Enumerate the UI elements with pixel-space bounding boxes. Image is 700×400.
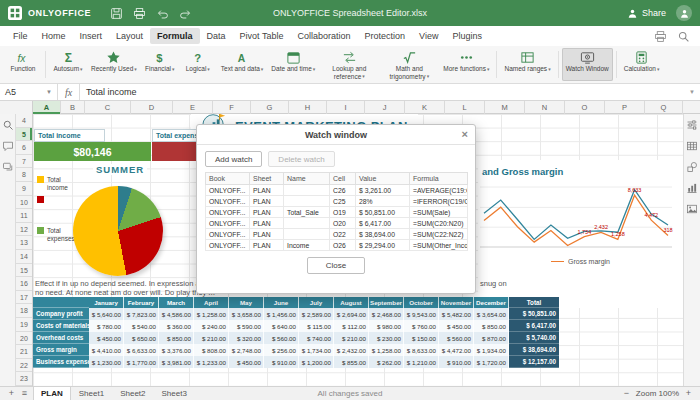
share-button[interactable]: Share (627, 8, 666, 19)
value-cell[interactable]: $ 650.00 (124, 332, 159, 344)
watch-window-button[interactable]: Watch Window (562, 48, 613, 81)
value-cell[interactable]: $ 590.00 (229, 320, 264, 332)
value-cell[interactable]: $ 3,654.00 (474, 308, 509, 320)
row-header-7[interactable]: 7 (16, 155, 32, 169)
value-cell[interactable]: $ 4,410.00 (89, 344, 124, 356)
chat-icon[interactable] (2, 161, 14, 173)
value-cell[interactable]: $ 3,658.00 (229, 308, 264, 320)
watch-row[interactable]: ONLYOFF...PLANTotal_SaleO19$ 50,851.00=S… (206, 207, 468, 218)
value-cell[interactable]: $ 450.00 (89, 332, 124, 344)
value-cell[interactable]: $ 3,981.00 (159, 356, 194, 368)
value-cell[interactable]: $ 320.00 (229, 332, 264, 344)
watch-row[interactable]: ONLYOFF...PLANC26$ 3,261.00=AVERAGE(C19:… (206, 185, 468, 196)
total-cell[interactable]: $ 50,851.00 (509, 308, 559, 320)
text-and-data-button[interactable]: AText and data▾ (217, 48, 268, 81)
shape-settings-icon[interactable] (686, 161, 698, 173)
sheet-grid[interactable]: EVENT MARKETING PLAN Total income Total … (33, 114, 683, 386)
total-cell[interactable]: $ 12,157.00 (509, 356, 559, 368)
column-header-g[interactable]: G (251, 101, 289, 114)
tab-plugins[interactable]: Plugins (445, 28, 489, 44)
month-header-cell[interactable]: January (89, 297, 124, 308)
value-cell[interactable]: $ 1,258.00 (369, 344, 404, 356)
row-header-12[interactable]: 12 (16, 223, 32, 237)
value-cell[interactable]: $ 4,586.00 (159, 308, 194, 320)
value-cell[interactable]: $ 9,543.00 (404, 308, 439, 320)
column-header-h[interactable]: H (289, 101, 327, 114)
tab-protection[interactable]: Protection (358, 28, 413, 44)
table-corner-cell[interactable] (33, 297, 89, 308)
value-cell[interactable]: $ 1,230.00 (89, 356, 124, 368)
value-cell[interactable]: $ 256.00 (264, 344, 299, 356)
select-all-corner[interactable] (0, 101, 33, 114)
tab-layout[interactable]: Layout (109, 28, 150, 44)
value-cell[interactable]: $ 808.00 (194, 344, 229, 356)
calculation-button[interactable]: Calculation▾ (620, 48, 664, 81)
value-cell[interactable]: $ 8,633.00 (404, 344, 439, 356)
sheet-tab-sheet2[interactable]: Sheet2 (112, 387, 153, 400)
column-header-c[interactable]: C (85, 101, 131, 114)
tab-data[interactable]: Data (200, 28, 233, 44)
value-cell[interactable]: $ 760.00 (404, 320, 439, 332)
save-icon[interactable] (109, 6, 123, 20)
table-settings-icon[interactable] (686, 140, 698, 152)
value-cell[interactable]: $ 1,720.00 (474, 356, 509, 368)
month-header-cell[interactable]: October (404, 297, 439, 308)
tab-insert[interactable]: Insert (73, 28, 110, 44)
row-header-14[interactable]: 14 (16, 250, 32, 264)
value-cell[interactable]: $ 450.00 (439, 320, 474, 332)
month-header-cell[interactable]: August (334, 297, 369, 308)
row-header-17[interactable]: 17 (16, 291, 32, 305)
value-cell[interactable]: $ 240.00 (194, 320, 229, 332)
month-header-cell[interactable]: December (474, 297, 509, 308)
row-header-11[interactable]: 11 (16, 209, 32, 223)
quick-print-icon[interactable] (654, 30, 667, 43)
named-ranges-button[interactable]: Named ranges▾ (500, 48, 554, 81)
column-header-q[interactable]: Q (645, 101, 683, 114)
image-settings-icon[interactable] (686, 203, 698, 215)
column-header-j[interactable]: J (365, 101, 405, 114)
value-cell[interactable]: $ 6,633.00 (124, 344, 159, 356)
value-cell[interactable]: $ 855.00 (334, 356, 369, 368)
function-button[interactable]: fxFunction (4, 48, 42, 81)
value-cell[interactable]: $ 1,233.00 (194, 356, 229, 368)
column-header-l[interactable]: L (445, 101, 485, 114)
tab-file[interactable]: File (6, 28, 35, 44)
search-icon[interactable] (677, 30, 690, 43)
value-cell[interactable]: $ 850.00 (474, 320, 509, 332)
value-cell[interactable]: $ 560.00 (439, 332, 474, 344)
row-label-cell[interactable]: Business expense (33, 356, 89, 368)
watch-row[interactable]: ONLYOFF...PLANO22$ 38,694.00=SUM(C22:N22… (206, 229, 468, 240)
sidebar-search-icon[interactable] (2, 119, 14, 131)
value-cell[interactable]: $ 850.00 (159, 332, 194, 344)
total-header-cell[interactable]: Total (509, 297, 559, 308)
value-cell[interactable]: $ 230.00 (369, 332, 404, 344)
zoom-out-button[interactable]: − (620, 387, 633, 400)
value-cell[interactable]: $ 2,589.00 (299, 308, 334, 320)
row-header-5[interactable]: 5 (16, 128, 32, 142)
value-cell[interactable]: $ 1,770.00 (124, 356, 159, 368)
row-header-18[interactable]: 18 (16, 304, 32, 318)
month-header-cell[interactable]: February (124, 297, 159, 308)
tab-formula[interactable]: Formula (150, 28, 200, 44)
profit-chart[interactable]: and Gross margin 1,7342,4321,2588,6334,4… (478, 160, 683, 308)
row-header-16[interactable]: 16 (16, 277, 32, 291)
row-header-20[interactable]: 20 (16, 332, 32, 346)
sheet-tab-plan[interactable]: PLAN (33, 387, 71, 400)
row-label-cell[interactable]: Overhead costs (33, 332, 89, 344)
formula-bar-expand-icon[interactable]: ▼ (684, 84, 700, 100)
column-header-o[interactable]: O (565, 101, 605, 114)
row-header-15[interactable]: 15 (16, 264, 32, 278)
sheet-tab-sheet3[interactable]: Sheet3 (154, 387, 195, 400)
value-cell[interactable]: $ 560.00 (264, 332, 299, 344)
chart-settings-icon[interactable] (686, 182, 698, 194)
value-cell[interactable]: $ 980.00 (369, 320, 404, 332)
column-header-a[interactable]: A (33, 101, 61, 114)
value-cell[interactable]: $ 910.00 (264, 356, 299, 368)
delete-watch-button[interactable]: Delete watch (268, 151, 334, 167)
tab-pivot-table[interactable]: Pivot Table (233, 28, 291, 44)
value-cell[interactable]: $ 5,482.00 (439, 308, 474, 320)
value-cell[interactable]: $ 640.00 (264, 320, 299, 332)
zoom-in-button[interactable]: + (682, 387, 695, 400)
row-header-19[interactable]: 19 (16, 318, 32, 332)
value-cell[interactable]: $ 2,432.00 (334, 344, 369, 356)
